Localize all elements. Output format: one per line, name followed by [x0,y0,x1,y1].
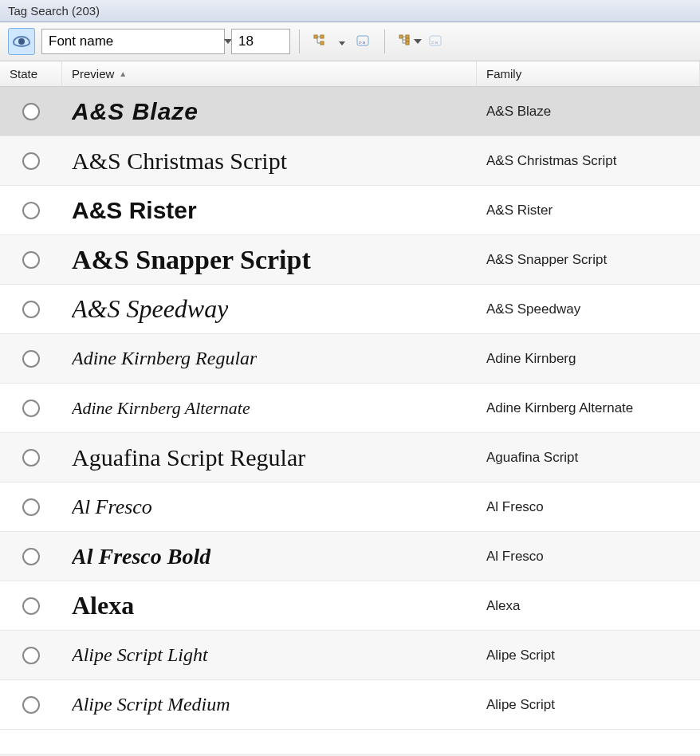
font-preview-text: Alipe Script Light [72,644,208,666]
state-radio[interactable] [22,498,40,516]
column-label: State [10,67,37,81]
row-family-cell: Adine Kirnberg Alternate [477,384,700,432]
column-header-preview[interactable]: Preview ▲ [62,61,477,86]
group-by-button[interactable] [309,30,332,53]
svg-text:z·a: z·a [431,40,438,45]
font-preview-text: A&S Speedway [72,294,228,324]
window-title-text: Tag Search (203) [8,4,100,18]
row-state-cell [0,433,62,482]
row-preview-cell: Adine Kirnberg Regular [62,334,477,383]
column-header-state[interactable]: State [0,61,62,86]
sort-za-icon: z·a [429,34,443,49]
sort-za-button[interactable]: z·a [424,30,448,53]
row-preview-cell: A&S Snapper Script [62,235,477,284]
state-radio[interactable] [22,449,40,467]
font-preview-text: A&S Snapper Script [72,245,311,275]
row-family-cell: Alexa [477,581,700,630]
state-radio[interactable] [22,696,40,714]
row-family-cell: Alipe Script [477,631,700,679]
font-name-combo[interactable] [41,29,225,54]
table-row[interactable]: A&S BlazeA&S Blaze [0,87,700,136]
font-name-input[interactable] [42,33,224,49]
state-radio[interactable] [22,400,40,417]
row-preview-cell: Al Fresco [62,482,477,531]
font-preview-text: Adine Kirnberg Alternate [72,398,250,419]
row-family-cell: A&S Blaze [477,87,700,136]
row-state-cell [0,235,62,284]
font-family-name: Al Fresco [486,499,544,515]
table-row[interactable]: Alipe Script MediumAlipe Script [0,680,700,730]
font-size-combo[interactable] [231,29,290,54]
separator [384,30,385,53]
column-header-family[interactable]: Family [477,61,700,86]
window-title: Tag Search (203) [0,0,700,22]
row-family-cell: Al Fresco [477,532,700,581]
state-radio[interactable] [22,548,40,565]
state-radio[interactable] [22,301,40,318]
group-dropdown-arrow[interactable] [339,35,345,48]
state-radio[interactable] [22,597,40,615]
row-family-cell: A&S Rister [477,186,700,234]
tree-collapse-icon [399,34,413,49]
state-radio[interactable] [22,350,40,368]
font-preview-text: Al Fresco [72,495,152,519]
separator [299,30,300,53]
font-preview-text: Adine Kirnberg Regular [72,348,257,369]
row-state-cell [0,87,62,136]
state-radio[interactable] [22,202,40,219]
table-body: A&S BlazeA&S BlazeA&S Christmas ScriptA&… [0,87,700,730]
row-state-cell [0,532,62,581]
table-row[interactable]: A&S Christmas ScriptA&S Christmas Script [0,136,700,186]
table-row[interactable]: Adine Kirnberg AlternateAdine Kirnberg A… [0,384,700,433]
font-preview-text: Aguafina Script Regular [72,444,305,471]
font-preview-text: A&S Rister [72,197,197,224]
state-radio[interactable] [22,103,40,120]
row-state-cell [0,285,62,333]
table-row[interactable]: A&S RisterA&S Rister [0,186,700,235]
font-preview-text: A&S Blaze [72,98,199,125]
row-preview-cell: Alipe Script Medium [62,680,477,729]
row-state-cell [0,631,62,679]
font-family-name: A&S Speedway [486,301,580,317]
font-table: State Preview ▲ Family A&S BlazeA&S Blaz… [0,61,700,754]
row-state-cell [0,482,62,531]
row-family-cell: Alipe Script [477,680,700,729]
font-family-name: Alexa [486,598,521,614]
table-row[interactable]: Aguafina Script RegularAguafina Script [0,433,700,482]
row-family-cell: A&S Christmas Script [477,136,700,185]
row-family-cell: A&S Snapper Script [477,235,700,284]
row-state-cell [0,334,62,383]
table-row[interactable]: Al FrescoAl Fresco [0,482,700,532]
svg-text:z·a: z·a [359,40,366,45]
font-preview-text: Alipe Script Medium [72,694,230,715]
font-preview-text: Al Fresco Bold [72,544,210,569]
row-state-cell [0,384,62,432]
table-header: State Preview ▲ Family [0,61,700,87]
tree-collapse-button[interactable] [394,30,418,53]
state-radio[interactable] [22,152,40,170]
column-label: Family [486,67,521,81]
sort-az-icon: z·a [356,34,371,49]
svg-rect-6 [406,35,409,38]
state-radio[interactable] [22,251,40,269]
state-radio[interactable] [22,647,40,664]
table-row[interactable]: A&S SpeedwayA&S Speedway [0,285,700,334]
row-preview-cell: A&S Rister [62,186,477,234]
row-preview-cell: Adine Kirnberg Alternate [62,384,477,432]
row-preview-cell: A&S Christmas Script [62,136,477,185]
preview-toggle-button[interactable] [8,28,35,55]
table-row[interactable]: Adine Kirnberg RegularAdine Kirnberg [0,334,700,384]
table-row[interactable]: A&S Snapper ScriptA&S Snapper Script [0,235,700,285]
font-family-name: Alipe Script [486,697,555,713]
row-preview-cell: A&S Speedway [62,285,477,333]
table-row[interactable]: AlexaAlexa [0,581,700,631]
row-preview-cell: A&S Blaze [62,87,477,136]
sort-az-button[interactable]: z·a [352,30,376,53]
row-family-cell: Adine Kirnberg [477,334,700,383]
table-row[interactable]: Al Fresco BoldAl Fresco [0,532,700,581]
table-row[interactable]: Alipe Script LightAlipe Script [0,631,700,680]
row-family-cell: A&S Speedway [477,285,700,333]
row-preview-cell: Alexa [62,581,477,630]
row-preview-cell: Aguafina Script Regular [62,433,477,482]
toolbar: z·a z·a [0,22,700,61]
